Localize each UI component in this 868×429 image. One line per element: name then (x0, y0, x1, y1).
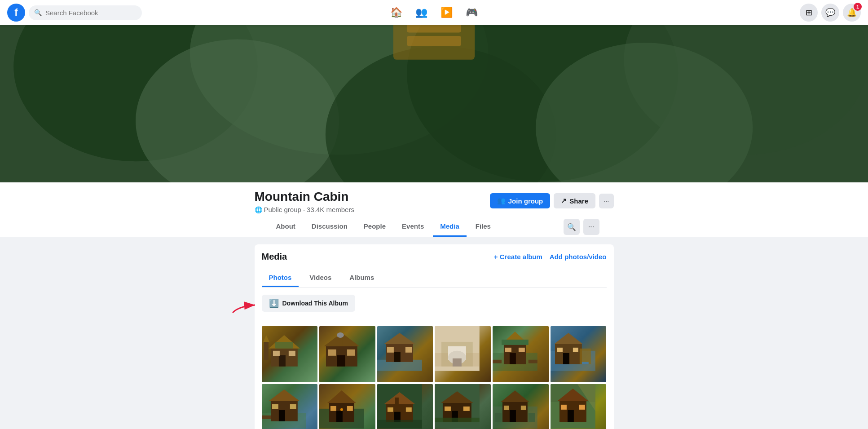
media-subtabs: Photos Videos Albums (262, 269, 607, 287)
svg-marker-29 (384, 333, 415, 344)
download-album-button[interactable]: ⬇️ Download This Album (262, 295, 355, 312)
svg-point-70 (340, 408, 343, 411)
photo-item[interactable] (262, 384, 318, 429)
svg-rect-44 (519, 348, 525, 352)
svg-rect-63 (290, 404, 296, 409)
messenger-button[interactable]: 💬 (821, 4, 839, 22)
svg-rect-100 (579, 405, 585, 410)
photo-item[interactable] (551, 326, 607, 382)
subtab-photos[interactable]: Photos (262, 269, 299, 287)
svg-rect-84 (463, 407, 470, 411)
search-tab-button[interactable]: 🔍 (564, 219, 580, 235)
svg-rect-42 (510, 353, 516, 364)
group-meta: 🌐 Public group · 33.4K members (255, 206, 354, 213)
svg-marker-50 (554, 333, 583, 344)
svg-rect-92 (495, 413, 502, 422)
svg-rect-98 (568, 410, 574, 422)
tab-discussion[interactable]: Discussion (304, 217, 355, 237)
join-group-button[interactable]: 👥 Join group (490, 193, 551, 208)
svg-rect-17 (264, 342, 268, 360)
photo-item[interactable] (377, 384, 433, 429)
svg-rect-54 (580, 349, 591, 364)
photo-item[interactable] (319, 384, 375, 429)
subtab-albums[interactable]: Albums (342, 269, 381, 287)
notification-badge: 1 (854, 3, 862, 11)
photo-item[interactable] (493, 326, 549, 382)
subtab-videos[interactable]: Videos (302, 269, 339, 287)
facebook-logo[interactable]: f (7, 4, 25, 22)
notifications-button[interactable]: 🔔 1 (843, 4, 861, 22)
photo-item[interactable] (435, 384, 491, 429)
download-label: Download This Album (282, 300, 348, 307)
svg-rect-52 (557, 348, 563, 352)
svg-rect-45 (502, 340, 529, 345)
photo-item[interactable] (493, 384, 549, 429)
tabs-left: About Discussion People Events Media Fil… (269, 217, 498, 237)
svg-rect-19 (275, 342, 293, 349)
svg-rect-47 (529, 360, 538, 363)
svg-rect-30 (394, 352, 401, 362)
join-icon: 👥 (497, 197, 506, 205)
download-area: ⬇️ Download This Album (262, 295, 355, 319)
group-title: Mountain Cabin (255, 190, 354, 204)
svg-rect-22 (337, 355, 345, 367)
svg-rect-53 (573, 348, 578, 352)
download-icon: ⬇️ (269, 298, 279, 308)
more-tab-button[interactable]: ··· (583, 219, 599, 235)
group-members: 33.4K members (307, 206, 354, 213)
svg-rect-31 (387, 347, 394, 353)
search-input[interactable] (45, 9, 135, 17)
search-icon: 🔍 (34, 9, 42, 16)
svg-rect-25 (338, 337, 343, 346)
tab-events[interactable]: Events (395, 217, 431, 237)
svg-rect-23 (328, 349, 336, 356)
svg-rect-93 (529, 413, 535, 422)
media-card: Media + Create album Add photos/video Ph… (255, 244, 614, 429)
photo-item[interactable] (262, 326, 318, 382)
media-header: Media + Create album Add photos/video (262, 252, 607, 262)
top-navigation: f 🔍 🏠 👥 ▶️ 🎮 ⊞ 💬 🔔 1 (0, 0, 868, 25)
photo-item[interactable] (377, 326, 433, 382)
more-options-button[interactable]: ··· (599, 194, 614, 208)
group-tabs: About Discussion People Events Media Fil… (255, 217, 614, 237)
tab-about[interactable]: About (269, 217, 303, 237)
watch-nav-button[interactable]: ▶️ (436, 4, 458, 22)
friends-nav-button[interactable]: 👥 (411, 4, 432, 22)
cover-image (0, 25, 868, 182)
join-label: Join group (508, 197, 543, 205)
svg-rect-14 (278, 355, 285, 367)
dot-separator: · (303, 206, 305, 213)
svg-rect-89 (510, 410, 516, 422)
svg-rect-43 (505, 348, 511, 352)
create-album-link[interactable]: + Create album (494, 253, 542, 261)
group-actions: 👥 Join group ↗ Share ··· (490, 193, 614, 208)
gaming-nav-button[interactable]: 🎮 (461, 4, 483, 22)
svg-rect-9 (407, 25, 461, 32)
search-container[interactable]: 🔍 (29, 5, 142, 20)
svg-rect-90 (504, 406, 509, 410)
share-button[interactable]: ↗ Share (554, 193, 595, 208)
add-photos-link[interactable]: Add photos/video (550, 253, 607, 261)
photo-item[interactable] (435, 326, 491, 382)
svg-marker-88 (501, 390, 529, 402)
main-content: Mountain Cabin 🌐 Public group · 33.4K me… (0, 0, 868, 429)
svg-rect-51 (563, 353, 569, 364)
media-actions: + Create album Add photos/video (494, 253, 607, 261)
tab-people[interactable]: People (357, 217, 393, 237)
svg-rect-61 (278, 410, 285, 421)
home-nav-button[interactable]: 🏠 (386, 4, 407, 22)
share-label: Share (569, 197, 588, 205)
red-arrow-indicator (230, 297, 262, 315)
photo-item[interactable] (319, 326, 375, 382)
tab-files[interactable]: Files (468, 217, 498, 237)
svg-rect-68 (330, 406, 336, 411)
svg-rect-62 (272, 404, 278, 409)
svg-rect-16 (288, 351, 295, 356)
svg-rect-10 (407, 36, 461, 46)
grid-menu-button[interactable]: ⊞ (800, 4, 818, 22)
photo-item[interactable] (551, 384, 607, 429)
share-icon: ↗ (561, 197, 567, 205)
tab-media[interactable]: Media (433, 217, 467, 237)
svg-rect-55 (582, 362, 589, 364)
svg-rect-75 (388, 407, 393, 412)
